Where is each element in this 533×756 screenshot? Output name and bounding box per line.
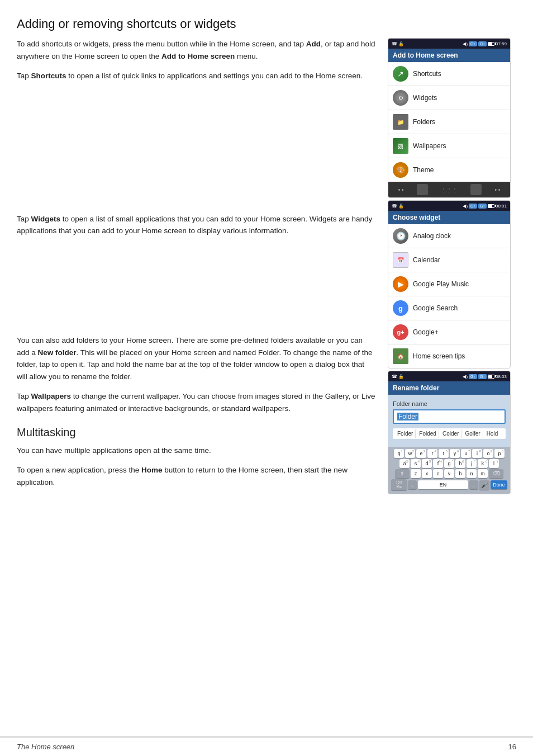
list-item[interactable]: 🎨 Theme	[388, 158, 510, 182]
key-y[interactable]: 6y	[450, 449, 460, 458]
list-item[interactable]: 🏠 Home screen tips	[388, 344, 510, 368]
shortcuts-icon: ↗	[393, 66, 408, 82]
paragraph-multitasking-1: You can have multiple applications open …	[17, 445, 377, 457]
keyboard: 1q 2w 3e 4r 5t 6y 7u 8i 9o 0p @a #s	[388, 447, 510, 494]
keyboard-row-4: 123+!= , EN . 🎤 Done	[391, 479, 508, 490]
list-item[interactable]: ⚙ Widgets	[388, 86, 510, 110]
screenshot2-header: Choose widget	[388, 211, 510, 224]
key-s[interactable]: #s	[411, 459, 421, 468]
key-x[interactable]: x	[422, 469, 432, 478]
key-done[interactable]: Done	[491, 480, 507, 489]
folder-suggestions: Folder Folded Colder Golfer Hold	[393, 428, 506, 439]
key-space[interactable]: EN	[418, 480, 468, 489]
key-k[interactable]: (k	[478, 459, 488, 468]
status-bar-1: ☎ 🔒 ◀) G↑ G↑ 07:59	[388, 39, 510, 49]
section-title: Adding or removing shortcuts or widgets	[17, 17, 516, 31]
wallpapers-icon: 🖼	[393, 138, 408, 154]
multitasking-title: Multitasking	[17, 426, 377, 439]
status-bar-3: ☎ 🔒 ◀) G↑ G↑ 08:03	[388, 371, 510, 381]
suggestion-golfer[interactable]: Golfer	[463, 429, 483, 438]
folder-name-input[interactable]: Folder	[393, 409, 506, 424]
key-comma[interactable]: ,	[408, 480, 417, 489]
key-f[interactable]: %f	[433, 459, 443, 468]
analog-clock-icon: 🕐	[393, 228, 408, 244]
key-e[interactable]: 3e	[416, 449, 426, 458]
key-numeric-switch[interactable]: 123+!=	[391, 479, 407, 490]
status-icons-left-1: ☎ 🔒	[392, 41, 404, 46]
spacer-2	[17, 245, 377, 334]
key-i[interactable]: 8i	[472, 449, 482, 458]
status-icons-right-3: ◀) G↑ G↑ 08:03	[463, 374, 507, 379]
suggestion-folder[interactable]: Folder	[395, 429, 416, 438]
keyboard-row-1: 1q 2w 3e 4r 5t 6y 7u 8i 9o 0p	[391, 449, 508, 458]
paragraph-multitasking-2: To open a new application, press the Hom…	[17, 464, 377, 488]
google-search-icon: g	[393, 300, 408, 316]
key-g[interactable]: ^g	[444, 459, 454, 468]
list-item[interactable]: ▶ Google Play Music	[388, 272, 510, 296]
suggestion-hold[interactable]: Hold	[484, 429, 501, 438]
key-v[interactable]: v	[444, 469, 454, 478]
key-mic[interactable]: 🎤	[479, 480, 489, 490]
screenshot-choose-widget: ☎ 🔒 ◀) G↑ G↑ 08:01 Choose widget	[388, 200, 511, 368]
home-tips-icon: 🏠	[393, 348, 408, 364]
paragraph-wallpapers: Tap Wallpapers to change the current wal…	[17, 390, 377, 414]
key-b[interactable]: b	[455, 469, 465, 478]
status-icons-left-2: ☎ 🔒	[392, 204, 404, 209]
widgets-icon: ⚙	[393, 90, 408, 106]
content-area: To add shortcuts or widgets, press the m…	[17, 38, 516, 497]
key-l[interactable]: )l	[489, 459, 499, 468]
key-t[interactable]: 5t	[439, 449, 449, 458]
key-n[interactable]: n	[467, 469, 477, 478]
list-item[interactable]: 📁 Folders	[388, 110, 510, 134]
key-o[interactable]: 9o	[483, 449, 493, 458]
footer-section: The Home screen	[17, 743, 74, 751]
key-r[interactable]: 4r	[427, 449, 437, 458]
google-play-music-icon: ▶	[393, 276, 408, 292]
key-a[interactable]: @a	[399, 459, 410, 468]
keyboard-row-2: @a #s $d %f ^g &h *j (k )l	[391, 459, 508, 468]
key-q[interactable]: 1q	[394, 449, 404, 458]
paragraph-widgets: Tap Widgets to open a list of small appl…	[17, 213, 377, 237]
key-j[interactable]: *j	[467, 459, 477, 468]
dock-icon	[470, 184, 482, 195]
key-d[interactable]: $d	[422, 459, 432, 468]
key-w[interactable]: 2w	[405, 449, 415, 458]
screenshot1-header: Add to Home screen	[388, 49, 510, 62]
key-c[interactable]: c	[433, 469, 443, 478]
list-item[interactable]: 🕐 Analog clock	[388, 224, 510, 248]
key-h[interactable]: &h	[455, 459, 465, 468]
screenshot-add-to-home: ☎ 🔒 ◀) G↑ G↑ 07:59 Add to Home screen	[388, 38, 511, 198]
key-shift[interactable]: ⇧	[395, 469, 410, 478]
text-column: To add shortcuts or widgets, press the m…	[17, 38, 388, 497]
battery-icon-3	[488, 375, 494, 379]
page-footer: The Home screen 16	[0, 736, 533, 756]
list-item[interactable]: g+ Google+	[388, 320, 510, 344]
status-icons-right-1: ◀) G↑ G↑ 07:59	[463, 41, 507, 46]
spacer-1	[17, 90, 377, 213]
list-item[interactable]: 📅 Calendar	[388, 248, 510, 272]
key-u[interactable]: 7u	[461, 449, 471, 458]
screenshots-column: ☎ 🔒 ◀) G↑ G↑ 07:59 Add to Home screen	[388, 38, 516, 497]
screenshot1-menu: ↗ Shortcuts ⚙ Widgets 📁 Folders	[388, 62, 510, 182]
keyboard-row-3: ⇧ z x c v b n m ⌫	[391, 469, 508, 478]
list-item[interactable]: g Google Search	[388, 296, 510, 320]
folders-icon: 📁	[393, 114, 408, 130]
phone-dock-1: • • ⋮⋮⋮ • •	[388, 182, 510, 197]
key-p[interactable]: 0p	[494, 449, 505, 458]
key-z[interactable]: z	[411, 469, 421, 478]
status-icons-right-2: ◀) G↑ G↑ 08:01	[463, 204, 507, 209]
key-period[interactable]: .	[469, 480, 478, 489]
dock-icon	[417, 184, 428, 195]
list-item[interactable]: 🖼 Wallpapers	[388, 134, 510, 158]
list-item[interactable]: ↗ Shortcuts	[388, 62, 510, 86]
theme-icon: 🎨	[393, 162, 408, 178]
footer-page: 16	[508, 743, 516, 751]
screenshot2-menu: 🕐 Analog clock 📅 Calendar ▶ Google Play …	[388, 224, 510, 368]
suggestion-colder[interactable]: Colder	[440, 429, 461, 438]
status-bar-2: ☎ 🔒 ◀) G↑ G↑ 08:01	[388, 201, 510, 211]
key-backspace[interactable]: ⌫	[489, 469, 503, 478]
status-icons-left-3: ☎ 🔒	[392, 374, 404, 379]
folder-name-label: Folder name	[393, 400, 506, 407]
key-m[interactable]: m	[478, 469, 488, 478]
suggestion-folded[interactable]: Folded	[417, 429, 439, 438]
